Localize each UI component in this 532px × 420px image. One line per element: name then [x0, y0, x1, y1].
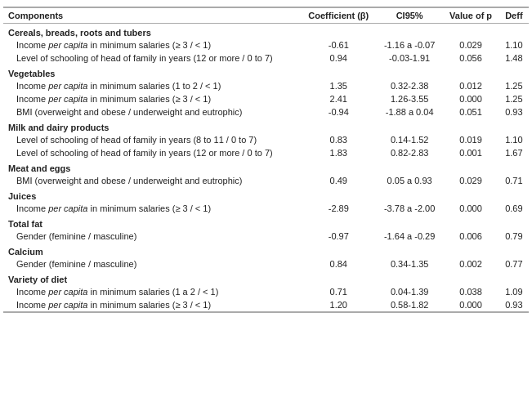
- row-coeff: -0.97: [301, 230, 377, 243]
- row-coeff: 1.20: [301, 298, 377, 312]
- row-p: 0.029: [442, 38, 498, 51]
- row-p: 0.012: [442, 79, 498, 92]
- row-p: 0.000: [442, 298, 498, 312]
- row-ci: 0.32-2.38: [377, 79, 443, 92]
- row-deff: 0.77: [499, 257, 529, 270]
- row-label: Income per capita in minimum salaries (1…: [3, 79, 301, 92]
- row-ci: 0.05 a 0.93: [377, 174, 443, 187]
- row-coeff: 0.71: [301, 285, 377, 298]
- table-row: Income per capita in minimum salaries (≥…: [3, 202, 529, 215]
- row-deff: 1.48: [499, 51, 529, 65]
- row-p: 0.002: [442, 257, 498, 270]
- row-coeff: 0.83: [301, 133, 377, 146]
- row-ci: 0.04-1.39: [377, 285, 443, 298]
- section-header-row: Vegetables: [3, 65, 529, 79]
- row-label: Level of schooling of head of family in …: [3, 51, 301, 65]
- row-coeff: 0.84: [301, 257, 377, 270]
- section-header-row: Calcium: [3, 243, 529, 257]
- row-ci: -1.64 a -0.29: [377, 230, 443, 243]
- row-coeff: 0.94: [301, 51, 377, 65]
- section-header-row: Meat and eggs: [3, 159, 529, 174]
- row-coeff: -0.61: [301, 38, 377, 51]
- row-p: 0.051: [442, 105, 498, 118]
- row-label: Level of schooling of head of family in …: [3, 133, 301, 146]
- row-coeff: 0.49: [301, 174, 377, 187]
- row-coeff: 1.83: [301, 146, 377, 159]
- col-header-deff: Deff: [499, 7, 529, 24]
- row-p: 0.019: [442, 133, 498, 146]
- col-header-components: Components: [3, 7, 301, 24]
- col-header-ci: CI95%: [377, 7, 443, 24]
- table-row: Income per capita in minimum salaries (1…: [3, 79, 529, 92]
- row-deff: 0.69: [499, 202, 529, 215]
- table-row: Level of schooling of head of family in …: [3, 133, 529, 146]
- table-row: Level of schooling of head of family in …: [3, 51, 529, 65]
- section-header-row: Juices: [3, 187, 529, 202]
- row-ci: -1.88 a 0.04: [377, 105, 443, 118]
- row-ci: 0.34-1.35: [377, 257, 443, 270]
- section-title: Cereals, breads, roots and tubers: [3, 24, 529, 39]
- table-row: Gender (feminine / masculine)0.840.34-1.…: [3, 257, 529, 270]
- row-label: Income per capita in minimum salaries (≥…: [3, 92, 301, 105]
- row-label: Income per capita in minimum salaries (≥…: [3, 38, 301, 51]
- table-row: Income per capita in minimum salaries (≥…: [3, 298, 529, 312]
- row-deff: 1.10: [499, 38, 529, 51]
- table-row: Income per capita in minimum salaries (≥…: [3, 38, 529, 51]
- row-ci: -3.78 a -2.00: [377, 202, 443, 215]
- section-header-row: Cereals, breads, roots and tubers: [3, 24, 529, 39]
- row-deff: 1.09: [499, 285, 529, 298]
- row-label: Gender (feminine / masculine): [3, 257, 301, 270]
- section-title: Milk and dairy products: [3, 118, 529, 133]
- data-table: Components Coefficient (β) CI95% Value o…: [3, 7, 529, 313]
- row-p: 0.006: [442, 230, 498, 243]
- section-title: Calcium: [3, 243, 529, 257]
- row-p: 0.056: [442, 51, 498, 65]
- row-deff: 1.67: [499, 146, 529, 159]
- section-title: Meat and eggs: [3, 159, 529, 174]
- table-row: Income per capita in minimum salaries (≥…: [3, 92, 529, 105]
- section-title: Vegetables: [3, 65, 529, 79]
- row-coeff: 2.41: [301, 92, 377, 105]
- row-ci: 1.26-3.55: [377, 92, 443, 105]
- row-ci: 0.82-2.83: [377, 146, 443, 159]
- row-ci: 0.14-1.52: [377, 133, 443, 146]
- row-ci: -0.03-1.91: [377, 51, 443, 65]
- section-header-row: Variety of diet: [3, 270, 529, 285]
- row-coeff: 1.35: [301, 79, 377, 92]
- section-title: Variety of diet: [3, 270, 529, 285]
- row-ci: -1.16 a -0.07: [377, 38, 443, 51]
- row-p: 0.029: [442, 174, 498, 187]
- row-ci: 0.58-1.82: [377, 298, 443, 312]
- table-container: Components Coefficient (β) CI95% Value o…: [0, 0, 532, 316]
- row-label: BMI (overweight and obese / underweight …: [3, 105, 301, 118]
- row-coeff: -2.89: [301, 202, 377, 215]
- row-label: Income per capita in minimum salaries (≥…: [3, 202, 301, 215]
- row-label: Income per capita in minimum salaries (1…: [3, 285, 301, 298]
- row-deff: 0.71: [499, 174, 529, 187]
- row-coeff: -0.94: [301, 105, 377, 118]
- row-deff: 1.10: [499, 133, 529, 146]
- col-header-coeff: Coefficient (β): [301, 7, 377, 24]
- row-p: 0.000: [442, 202, 498, 215]
- row-deff: 1.25: [499, 79, 529, 92]
- row-label: Income per capita in minimum salaries (≥…: [3, 298, 301, 312]
- section-header-row: Milk and dairy products: [3, 118, 529, 133]
- section-title: Total fat: [3, 215, 529, 230]
- col-header-p: Value of p: [442, 7, 498, 24]
- row-label: BMI (overweight and obese / underweight …: [3, 174, 301, 187]
- row-deff: 0.79: [499, 230, 529, 243]
- table-row: BMI (overweight and obese / underweight …: [3, 105, 529, 118]
- row-p: 0.001: [442, 146, 498, 159]
- table-row: BMI (overweight and obese / underweight …: [3, 174, 529, 187]
- row-deff: 1.25: [499, 92, 529, 105]
- row-p: 0.038: [442, 285, 498, 298]
- section-header-row: Total fat: [3, 215, 529, 230]
- section-title: Juices: [3, 187, 529, 202]
- table-header-row: Components Coefficient (β) CI95% Value o…: [3, 7, 529, 24]
- table-row: Income per capita in minimum salaries (1…: [3, 285, 529, 298]
- table-row: Gender (feminine / masculine)-0.97-1.64 …: [3, 230, 529, 243]
- row-deff: 0.93: [499, 105, 529, 118]
- row-label: Level of schooling of head of family in …: [3, 146, 301, 159]
- table-row: Level of schooling of head of family in …: [3, 146, 529, 159]
- row-label: Gender (feminine / masculine): [3, 230, 301, 243]
